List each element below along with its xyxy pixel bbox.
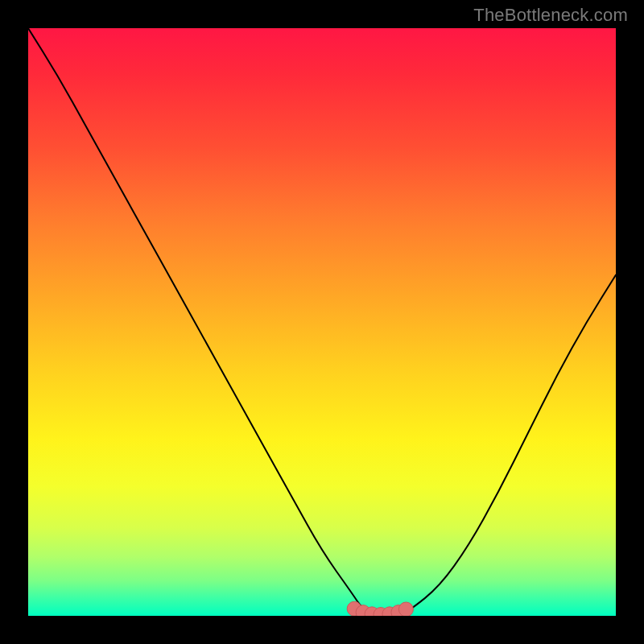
chart-svg (28, 28, 616, 616)
plot-area (28, 28, 616, 616)
bottleneck-curve (28, 28, 616, 616)
chart-frame: TheBottleneck.com (0, 0, 644, 644)
optimal-region-markers (347, 601, 413, 616)
watermark-text: TheBottleneck.com (473, 5, 628, 26)
marker-dot (398, 602, 413, 616)
